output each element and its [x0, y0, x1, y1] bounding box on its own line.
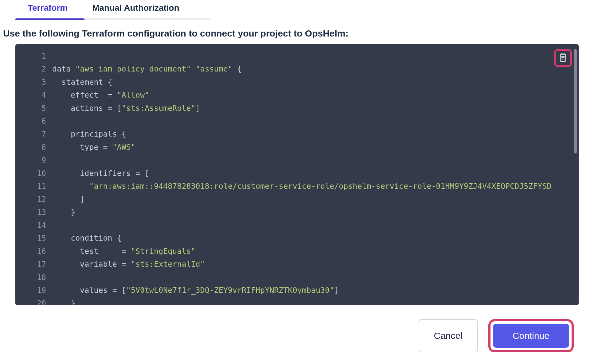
copy-button-highlight: [554, 49, 572, 67]
line-number: 9: [15, 154, 46, 167]
code-line: [52, 115, 566, 128]
line-number: 7: [15, 128, 46, 141]
line-number: 13: [15, 206, 46, 219]
line-number: 14: [15, 219, 46, 232]
code-line: [52, 154, 566, 167]
line-number: 16: [15, 245, 46, 258]
code-line: principals {: [52, 128, 566, 141]
tab-underline-active: [15, 18, 84, 20]
code-line: variable = "sts:ExternalId": [52, 258, 566, 271]
line-number: 4: [15, 89, 46, 102]
code-line: values = ["5V0twL0Ne7f1r_3DQ-ZEY9vrRIFHp…: [52, 284, 566, 297]
line-number: 12: [15, 193, 46, 206]
line-number: 19: [15, 284, 46, 297]
code-line: test = "StringEquals": [52, 245, 566, 258]
code-line: [52, 50, 566, 63]
line-number: 17: [15, 258, 46, 271]
code-content: data "aws_iam_policy_document" "assume" …: [52, 50, 579, 305]
line-number: 2: [15, 63, 46, 76]
line-number: 11: [15, 180, 46, 193]
tab-underline-track: [15, 18, 210, 20]
code-line: }: [52, 297, 566, 305]
continue-button[interactable]: Continue: [493, 324, 569, 348]
line-number: 5: [15, 102, 46, 115]
line-number: 1: [15, 50, 46, 63]
line-number: 18: [15, 271, 46, 284]
code-line: }: [52, 206, 566, 219]
scrollbar-vertical[interactable]: [574, 49, 577, 153]
tab-manual-authorization[interactable]: Manual Authorization: [80, 0, 192, 18]
code-line: [52, 271, 566, 284]
code-line: data "aws_iam_policy_document" "assume" …: [52, 63, 566, 76]
line-number: 6: [15, 115, 46, 128]
code-scroll-area[interactable]: 1234567891011121314151617181920 data "aw…: [15, 44, 579, 305]
code-line: statement {: [52, 76, 566, 89]
copy-to-clipboard-button[interactable]: [557, 52, 569, 64]
code-line: actions = ["sts:AssumeRole"]: [52, 102, 566, 115]
code-line: identifiers = [: [52, 167, 566, 180]
tab-terraform[interactable]: Terraform: [15, 0, 80, 18]
code-block: 1234567891011121314151617181920 data "aw…: [15, 44, 579, 305]
code-line: [52, 219, 566, 232]
instruction-text: Use the following Terraform configuratio…: [3, 28, 594, 39]
code-line: ]: [52, 193, 566, 206]
line-number: 8: [15, 141, 46, 154]
continue-button-highlight: Continue: [488, 319, 574, 352]
code-line: type = "AWS": [52, 141, 566, 154]
line-number: 3: [15, 76, 46, 89]
line-number: 20: [15, 297, 46, 305]
code-line: "arn:aws:iam::944878283018:role/customer…: [52, 180, 566, 193]
line-number-gutter: 1234567891011121314151617181920: [15, 50, 52, 305]
cancel-button[interactable]: Cancel: [419, 319, 478, 352]
code-line: effect = "Allow": [52, 89, 566, 102]
clipboard-icon: [559, 53, 567, 63]
line-number: 15: [15, 232, 46, 245]
line-number: 10: [15, 167, 46, 180]
code-line: condition {: [52, 232, 566, 245]
